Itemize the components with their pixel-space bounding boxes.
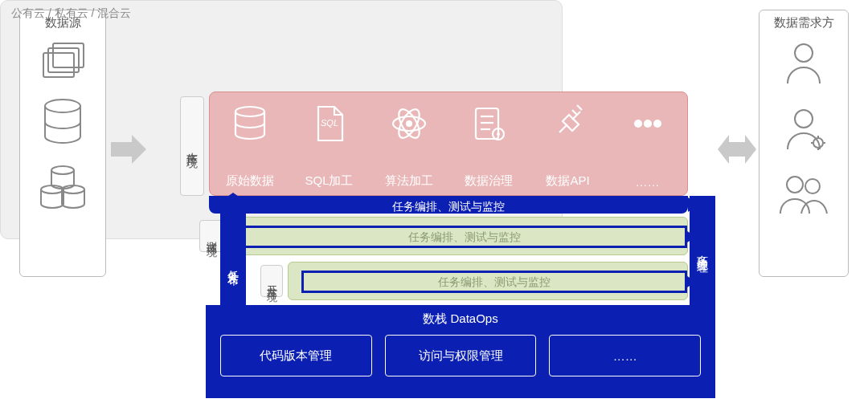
barrels-icon [35,162,91,214]
plug-icon [548,104,588,144]
svg-point-23 [497,132,500,136]
files-icon [39,39,87,82]
atom-icon [389,104,429,144]
dev-env-label: 开发环境 [260,265,283,297]
data-consumer-panel: 数据需求方 [759,10,849,277]
svg-point-11 [805,179,820,193]
stage-more-label: …… [636,175,660,189]
stage-sql: SQL SQL加工 [289,92,369,195]
svg-point-7 [795,44,813,62]
stage-gov-label: 数据治理 [465,173,513,189]
stage-gov: 数据治理 [448,92,528,195]
orchestration-bar-dev: 任务编排、测试与监控 [301,271,687,293]
multi-env-management: 多环境管理 [690,196,715,305]
stage-api: 数据API [528,92,608,195]
arrow-source-to-cloud [111,135,146,164]
orchestration-bar-prod: 任务编排、测试与监控 [209,196,688,214]
stage-algo: 算法加工 [369,92,448,195]
svg-point-10 [787,177,803,193]
prod-env-box: 原始数据 SQL SQL加工 算法加工 数据治理 数据API …… [209,92,688,196]
svg-point-14 [406,120,412,127]
sql-file-icon: SQL [310,104,349,144]
stage-api-label: 数据API [546,173,589,189]
svg-point-3 [45,100,80,112]
dataops-more: …… [549,335,701,376]
svg-point-27 [644,120,652,128]
people-group-icon [777,170,830,222]
stage-algo-label: 算法加工 [385,173,433,189]
person-developer-icon [780,104,828,156]
data-source-panel: 数据源 [19,10,106,277]
dataops-section: 数栈 DataOps 代码版本管理 访问与权限管理 …… [206,305,715,398]
svg-line-25 [577,105,582,110]
data-source-icons [20,34,105,223]
dev-env-box: 任务编排、测试与监控 [288,262,688,300]
svg-point-6 [51,166,74,174]
orchestration-bar-test: 任务编排、测试与监控 [242,226,687,248]
db-icon [229,104,271,144]
svg-point-8 [795,110,813,128]
data-consumer-title: 数据需求方 [760,10,848,34]
svg-point-26 [634,120,642,128]
svg-line-24 [572,110,577,115]
data-consumer-icons [760,34,848,231]
dataops-code-versioning: 代码版本管理 [220,335,372,376]
dataops-access-control: 访问与权限管理 [385,335,537,376]
svg-text:SQL: SQL [320,118,338,128]
stage-more: …… [608,92,687,195]
prod-env-label: 生产环境 [180,96,204,196]
stage-sql-label: SQL加工 [305,173,353,189]
arrow-cloud-to-consumer [718,135,756,164]
cloud-title: 公有云 / 私有云 / 混合云 [11,6,131,21]
stage-raw-label: 原始数据 [226,173,274,189]
svg-point-28 [653,120,661,128]
database-icon [39,96,87,148]
test-env-box: 任务编排、测试与监控 [228,217,688,255]
svg-point-12 [235,107,264,116]
person-analyst-icon [780,39,828,90]
dots-icon [628,104,668,144]
dataops-title: 数栈 DataOps [206,305,715,332]
stage-raw: 原始数据 [210,92,289,195]
list-gear-icon [469,104,508,144]
